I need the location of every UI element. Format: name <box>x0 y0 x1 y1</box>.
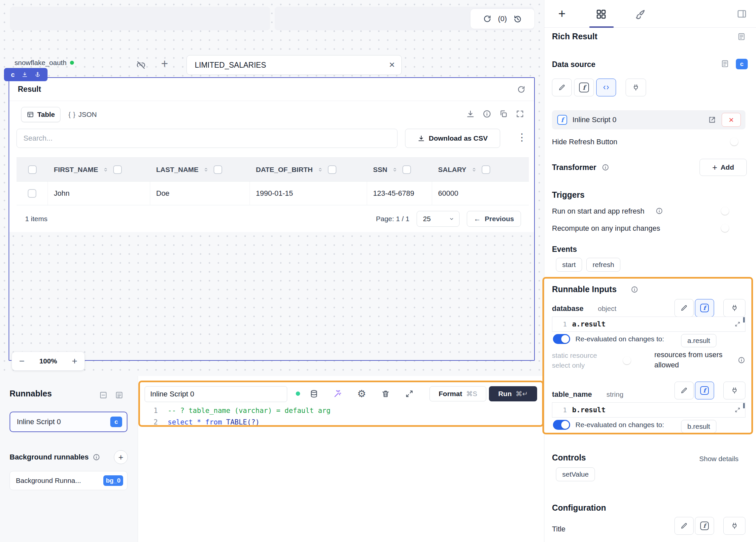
reeval-chip[interactable]: a.result <box>681 334 716 347</box>
table-footer: 1 items Page: 1 / 1 25 ← Previous <box>17 205 529 232</box>
info-icon[interactable] <box>483 110 491 118</box>
tab-json[interactable]: { } JSON <box>65 107 100 122</box>
expression-button[interactable]: f <box>695 299 714 317</box>
document-icon[interactable] <box>721 59 729 68</box>
static-value-button[interactable] <box>674 382 694 399</box>
script-name-input[interactable] <box>145 387 287 402</box>
expand-icon[interactable] <box>735 321 740 327</box>
gear-icon[interactable]: ⚙ <box>357 389 366 399</box>
table-row[interactable]: John Doe 1990-01-15 123-45-6789 60000 <box>17 182 529 205</box>
info-icon[interactable] <box>631 286 638 293</box>
kebab-menu-icon[interactable]: ⋮ <box>517 131 527 143</box>
page-size-select[interactable]: 25 <box>417 211 460 227</box>
event-chip-start[interactable]: start <box>556 258 582 272</box>
database-expression-editor[interactable]: 1 a.result <box>552 317 745 332</box>
clipboard-icon[interactable] <box>499 110 508 118</box>
code-button[interactable] <box>596 79 616 96</box>
add-background-runnable-button[interactable]: + <box>114 450 128 464</box>
table-name-input[interactable] <box>187 55 401 75</box>
move-down-icon[interactable] <box>22 72 28 78</box>
zoom-in-button[interactable]: + <box>72 356 77 366</box>
add-component-tab[interactable]: + <box>558 7 566 20</box>
wand-icon[interactable] <box>333 390 342 398</box>
trash-icon[interactable] <box>381 390 390 398</box>
sort-icon[interactable] <box>203 167 209 173</box>
code-line-1[interactable]: 1 -- ? table_name (varchar) = default ar… <box>145 407 330 415</box>
clear-input-icon[interactable]: × <box>389 59 395 71</box>
list-icon[interactable] <box>115 391 123 399</box>
add-query-button[interactable]: + <box>161 57 168 71</box>
connect-button[interactable] <box>723 382 745 399</box>
add-transformer-button[interactable]: + Add <box>700 159 747 176</box>
runnable-item-inline-script-0[interactable]: Inline Script 0 c <box>10 412 127 432</box>
column-header[interactable]: LAST_NAME <box>156 166 198 174</box>
expression-button[interactable]: f <box>695 517 714 535</box>
sort-icon[interactable] <box>317 167 323 173</box>
column-checkbox[interactable] <box>328 165 336 174</box>
connect-button[interactable] <box>626 79 646 96</box>
static-value-button[interactable] <box>674 299 694 317</box>
search-input[interactable] <box>17 129 397 148</box>
reeval-toggle[interactable] <box>553 420 570 430</box>
row-checkbox[interactable] <box>28 189 36 198</box>
brush-icon[interactable] <box>635 9 646 20</box>
expand-icon[interactable] <box>405 390 414 398</box>
connect-button[interactable] <box>723 299 745 317</box>
rich-result-component[interactable]: Result Table { } JSON <box>9 77 535 361</box>
control-chip-setvalue[interactable]: setValue <box>556 467 595 481</box>
column-header[interactable]: DATE_OF_BIRTH <box>256 166 313 174</box>
column-header[interactable]: SSN <box>373 166 387 174</box>
sort-icon[interactable] <box>392 167 398 173</box>
collapse-icon[interactable] <box>99 391 108 399</box>
static-value-button[interactable] <box>674 517 694 535</box>
zoom-out-button[interactable]: − <box>19 356 24 366</box>
static-value-button[interactable] <box>552 79 572 96</box>
column-checkbox[interactable] <box>402 165 411 174</box>
components-icon[interactable] <box>596 9 607 20</box>
scrollbar-thumb[interactable] <box>743 403 745 408</box>
column-header[interactable]: SALARY <box>438 166 466 174</box>
tab-table[interactable]: Table <box>21 107 60 122</box>
expand-icon[interactable] <box>516 110 524 118</box>
show-details-link[interactable]: Show details <box>699 455 739 463</box>
reeval-toggle[interactable] <box>553 334 570 344</box>
refresh-icon[interactable] <box>483 15 492 23</box>
cell-first-name: John <box>48 182 150 205</box>
connect-button[interactable] <box>723 517 745 535</box>
info-icon[interactable] <box>738 356 745 364</box>
external-link-icon[interactable] <box>708 116 716 124</box>
expand-icon[interactable] <box>735 407 740 413</box>
source-item-row[interactable]: f Inline Script 0 × <box>552 110 745 129</box>
expression-button[interactable]: f <box>574 79 594 96</box>
select-all-checkbox[interactable] <box>28 165 37 174</box>
sort-icon[interactable] <box>103 167 109 173</box>
scrollbar-thumb[interactable] <box>743 317 745 322</box>
expression-button[interactable]: f <box>695 382 714 399</box>
event-chip-refresh[interactable]: refresh <box>586 258 620 272</box>
code-line-2[interactable]: 2 select * from TABLE(?) <box>145 418 259 426</box>
reeval-chip[interactable]: b.result <box>681 420 716 433</box>
anchor-icon[interactable] <box>35 72 41 78</box>
table-name-expression-editor[interactable]: 1 b.result <box>552 402 745 418</box>
link-off-icon[interactable] <box>136 60 146 70</box>
column-header[interactable]: FIRST_NAME <box>54 166 98 174</box>
history-icon[interactable] <box>513 15 522 23</box>
info-icon[interactable] <box>656 207 663 215</box>
info-icon[interactable] <box>602 164 609 171</box>
remove-source-button[interactable]: × <box>722 113 741 127</box>
run-button[interactable]: Run ⌘↵ <box>489 386 537 401</box>
download-icon[interactable] <box>466 110 475 118</box>
background-runnable-item[interactable]: Background Runna... bg_0 <box>10 471 127 490</box>
info-icon[interactable] <box>93 454 100 461</box>
refresh-icon[interactable] <box>517 85 526 94</box>
sort-icon[interactable] <box>471 167 477 173</box>
database-icon[interactable] <box>310 390 318 398</box>
previous-page-button[interactable]: ← Previous <box>467 211 521 227</box>
download-csv-button[interactable]: Download as CSV <box>405 129 500 148</box>
format-button[interactable]: Format ⌘S <box>430 386 486 401</box>
column-checkbox[interactable] <box>113 165 122 174</box>
column-checkbox[interactable] <box>214 165 222 174</box>
document-icon[interactable] <box>737 32 746 41</box>
column-checkbox[interactable] <box>482 165 490 174</box>
sidebar-toggle-icon[interactable] <box>737 9 747 19</box>
